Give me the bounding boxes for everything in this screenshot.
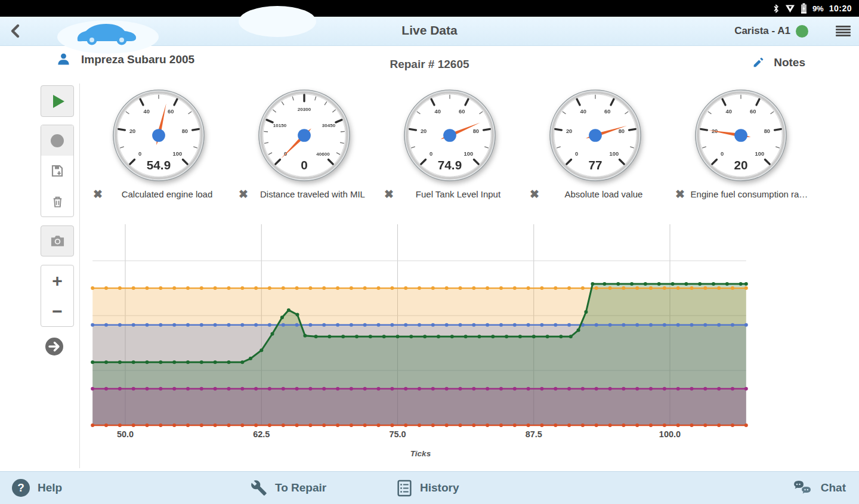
gauge-column: 02040608010020 ✖ Engine fuel consumption… xyxy=(668,88,814,200)
record-button[interactable] xyxy=(41,125,73,156)
svg-text:30450: 30450 xyxy=(322,123,336,128)
clock: 10:20 xyxy=(829,4,852,13)
svg-text:80: 80 xyxy=(619,128,625,134)
delete-button[interactable] xyxy=(41,186,73,217)
svg-text:62.5: 62.5 xyxy=(253,429,270,439)
record-icon xyxy=(51,134,64,147)
chevron-left-icon xyxy=(7,23,24,39)
svg-text:Ticks: Ticks xyxy=(410,449,431,458)
help-button[interactable]: ? Help xyxy=(12,472,62,504)
close-icon[interactable]: ✖ xyxy=(675,188,685,200)
gauge-column: 0101502030030450406000 ✖ Distance travel… xyxy=(231,88,377,200)
gauge-column: 02040608010074.9 ✖ Fuel Tank Level Input xyxy=(377,88,523,200)
svg-text:20300: 20300 xyxy=(298,107,311,112)
arrow-right-icon xyxy=(44,336,64,357)
svg-text:77: 77 xyxy=(588,158,602,172)
svg-text:0: 0 xyxy=(301,158,308,172)
chat-label: Chat xyxy=(821,481,846,494)
notes-button[interactable]: Notes xyxy=(752,56,805,69)
close-icon[interactable]: ✖ xyxy=(93,188,103,200)
svg-text:100: 100 xyxy=(173,151,183,157)
svg-text:60: 60 xyxy=(750,109,756,115)
svg-text:80: 80 xyxy=(764,128,770,134)
zoom-out-button[interactable]: − xyxy=(41,296,73,326)
battery-percent: 9% xyxy=(812,4,824,13)
cloud-decoration xyxy=(239,6,316,37)
svg-text:40: 40 xyxy=(144,109,150,115)
notes-label: Notes xyxy=(774,56,805,69)
help-label: Help xyxy=(38,481,62,494)
svg-text:100: 100 xyxy=(610,151,619,157)
svg-text:80: 80 xyxy=(473,128,479,134)
svg-text:100: 100 xyxy=(464,151,474,157)
camera-icon xyxy=(50,234,65,248)
save-icon xyxy=(50,164,64,178)
chat-button[interactable]: Chat xyxy=(793,472,846,504)
gauge-label: Engine fuel consumption ra… xyxy=(685,189,814,199)
pencil-icon xyxy=(752,57,764,69)
gauge-column: 02040608010077 ✖ Absolute load value xyxy=(523,88,668,200)
svg-text:40: 40 xyxy=(726,109,732,115)
svg-text:40600: 40600 xyxy=(316,151,330,157)
svg-text:100: 100 xyxy=(755,151,765,157)
vpn-shield-icon xyxy=(785,4,795,13)
carista-car-logo xyxy=(69,18,142,48)
wrench-icon xyxy=(251,480,267,496)
live-data-chart[interactable]: 50.062.575.087.5100.0Ticks xyxy=(84,222,764,468)
gauge-label: Distance traveled with MIL xyxy=(248,189,377,199)
gauge-dial-distance-with-mil: 0101502030030450406000 xyxy=(257,88,351,183)
svg-text:0: 0 xyxy=(138,151,141,157)
live-data-screen: 9% 10:20 Live Data Carista - A1 xyxy=(0,0,859,504)
close-icon[interactable]: ✖ xyxy=(384,188,394,200)
trash-icon xyxy=(51,194,64,209)
play-button[interactable] xyxy=(41,85,74,117)
svg-text:75.0: 75.0 xyxy=(389,429,406,439)
svg-text:60: 60 xyxy=(604,109,610,115)
svg-text:60: 60 xyxy=(168,109,174,115)
history-list-icon xyxy=(397,480,412,497)
history-button[interactable]: History xyxy=(397,472,459,504)
gauge-label: Fuel Tank Level Input xyxy=(394,189,523,199)
svg-text:0: 0 xyxy=(430,151,432,157)
bluetooth-icon xyxy=(773,4,780,14)
close-icon[interactable]: ✖ xyxy=(530,188,539,200)
svg-text:10150: 10150 xyxy=(273,123,287,128)
gauge-dial-calculated-engine-load: 02040608010054.9 xyxy=(112,88,206,183)
svg-text:54.9: 54.9 xyxy=(147,158,171,172)
svg-text:74.9: 74.9 xyxy=(438,158,462,172)
live-data-toolbar: + − xyxy=(41,85,74,359)
gauge-dial-fuel-consumption: 02040608010020 xyxy=(694,88,788,183)
svg-text:20: 20 xyxy=(734,158,747,172)
zoom-in-button[interactable]: + xyxy=(41,265,73,296)
svg-text:50.0: 50.0 xyxy=(117,429,134,439)
svg-text:0: 0 xyxy=(575,151,578,157)
to-repair-label: To Repair xyxy=(275,481,326,494)
app-header: Live Data Carista - A1 xyxy=(0,17,859,46)
save-button[interactable] xyxy=(41,156,73,186)
to-repair-button[interactable]: To Repair xyxy=(251,472,326,504)
svg-text:80: 80 xyxy=(182,128,188,134)
svg-text:60: 60 xyxy=(459,109,465,115)
connection-status-dot xyxy=(796,25,808,38)
svg-text:20: 20 xyxy=(566,128,572,134)
repair-number: Repair # 12605 xyxy=(0,58,859,71)
battery-charging-icon xyxy=(801,3,807,14)
gauge-label: Absolute load value xyxy=(539,189,668,199)
gauge-column: 02040608010054.9 ✖ Calculated engine loa… xyxy=(86,88,231,200)
minus-icon: − xyxy=(52,302,63,320)
svg-text:40: 40 xyxy=(435,109,441,115)
close-icon[interactable]: ✖ xyxy=(239,188,248,200)
play-icon xyxy=(53,95,64,108)
screenshot-button[interactable] xyxy=(41,225,74,256)
history-label: History xyxy=(420,481,459,494)
bottom-bar: ? Help To Repair History xyxy=(0,471,859,504)
help-icon: ? xyxy=(12,479,30,497)
android-status-bar: 9% 10:20 xyxy=(0,0,859,17)
plus-icon: + xyxy=(52,272,63,290)
device-name[interactable]: Carista - A1 xyxy=(734,25,790,37)
back-button[interactable] xyxy=(7,23,24,39)
gauge-dial-absolute-load: 02040608010077 xyxy=(548,88,642,183)
pan-right-button[interactable] xyxy=(44,336,74,359)
menu-icon[interactable] xyxy=(836,26,851,37)
svg-text:0: 0 xyxy=(721,151,724,157)
